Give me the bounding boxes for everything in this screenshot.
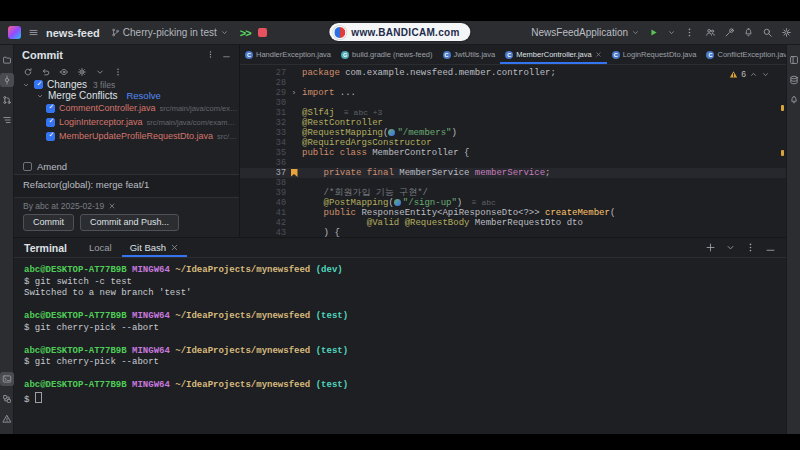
tool-strip-structure[interactable] <box>0 113 14 127</box>
line-number[interactable]: 29 <box>240 88 286 98</box>
editor-tab[interactable]: CJwtUtils.java <box>438 45 501 64</box>
branch-widget[interactable]: Cherry-picking in test <box>107 25 233 40</box>
tool-strip-database[interactable] <box>787 73 800 87</box>
line-number[interactable]: 32 <box>240 118 286 128</box>
code-lines[interactable]: 27package com.example.newsfeed.member.co… <box>240 65 786 237</box>
changelist-file-row[interactable]: CommentController.javasrc/main/java/com/… <box>14 101 239 115</box>
file-checkbox[interactable] <box>46 118 55 127</box>
changelist-file-row[interactable]: LoginInterceptor.javasrc/main/java/com/e… <box>14 115 239 129</box>
line-number[interactable]: 41 <box>240 208 286 218</box>
rollback-icon[interactable] <box>41 67 51 77</box>
refresh-icon[interactable] <box>23 67 33 77</box>
users-icon[interactable] <box>705 27 716 38</box>
code-line[interactable]: 41 public ResponseEntity<ApiResponseDto<… <box>240 208 786 218</box>
main-menu-icon[interactable] <box>28 27 39 38</box>
line-number[interactable]: 35 <box>240 148 286 158</box>
code-line[interactable]: 30 <box>240 98 786 108</box>
prev-issue-icon[interactable] <box>749 70 758 79</box>
settings-icon[interactable] <box>77 67 87 77</box>
changes-checkbox[interactable] <box>34 80 43 89</box>
bell-icon[interactable] <box>743 27 754 38</box>
line-number[interactable]: 36 <box>240 158 286 168</box>
more-icon[interactable] <box>206 50 215 59</box>
code-line[interactable]: 35public class MemberController { <box>240 148 786 158</box>
line-number[interactable]: 39 <box>240 188 286 198</box>
amend-checkbox[interactable] <box>23 162 32 171</box>
wrench-icon[interactable] <box>724 27 735 38</box>
code-line[interactable]: 42 @Valid @RequestBody MemberRequestDto … <box>240 218 786 228</box>
resolve-link[interactable]: Resolve <box>126 90 160 101</box>
bookmark-icon[interactable] <box>286 168 302 178</box>
changelist-file-row[interactable]: MemberUpdateProfileRequestDto.javasrc/ma… <box>14 129 239 143</box>
code-line[interactable]: 37 private final MemberService memberSer… <box>240 168 786 178</box>
code-line[interactable]: 38 <box>240 178 786 188</box>
minimize-icon[interactable] <box>765 242 776 253</box>
tool-strip-commit[interactable] <box>0 73 14 87</box>
resume-button[interactable]: >> <box>240 27 251 39</box>
line-number[interactable]: 30 <box>240 98 286 108</box>
changes-node[interactable]: Changes 3 files <box>14 79 239 90</box>
search-icon[interactable] <box>762 27 773 38</box>
code-line[interactable]: 28 <box>240 78 786 88</box>
more-icon[interactable] <box>113 67 123 77</box>
stop-button[interactable] <box>258 28 267 37</box>
more-icon[interactable] <box>745 242 756 253</box>
file-checkbox[interactable] <box>46 132 55 141</box>
commit-button[interactable]: Commit <box>23 214 74 231</box>
code-line[interactable]: 36 <box>240 158 786 168</box>
line-number[interactable]: 34 <box>240 138 286 148</box>
tool-strip-services[interactable] <box>0 392 14 406</box>
inspections-widget[interactable]: 6 <box>725 68 774 80</box>
clear-author-icon[interactable] <box>108 202 116 210</box>
fold-arrow-icon[interactable]: › <box>286 88 302 98</box>
tool-strip-layout[interactable] <box>787 53 800 67</box>
more-actions-icon[interactable] <box>684 27 695 38</box>
line-number[interactable]: 27 <box>240 68 286 78</box>
chevron-down-icon[interactable] <box>725 242 736 253</box>
settings-icon[interactable] <box>781 27 792 38</box>
code-line[interactable]: 31@Slf4j ≡ abc +3 <box>240 108 786 118</box>
editor-tab[interactable]: Gbuild.gradle (news-feed) <box>336 45 437 64</box>
editor-tab[interactable]: CMemberController.java <box>500 45 606 64</box>
tool-strip-bell[interactable] <box>787 93 800 107</box>
chevron-down-icon[interactable] <box>95 67 105 77</box>
merge-conflicts-node[interactable]: Merge Conflicts Resolve <box>14 90 239 101</box>
minimize-icon[interactable] <box>222 50 231 59</box>
line-number[interactable]: 31 <box>240 108 286 118</box>
amend-label[interactable]: Amend <box>37 161 67 172</box>
close-icon[interactable] <box>170 243 179 252</box>
next-issue-icon[interactable] <box>761 70 770 79</box>
project-name[interactable]: news-feed <box>46 27 100 39</box>
tool-strip-pull-request[interactable] <box>0 93 14 107</box>
code-line[interactable]: 39 /*회원가입 기능 구현*/ <box>240 188 786 198</box>
code-line[interactable]: 34@RequiredArgsConstructor <box>240 138 786 148</box>
editor-tab[interactable]: CConflictException.java <box>701 45 786 64</box>
tool-strip-problems[interactable] <box>0 412 14 426</box>
line-number[interactable]: 28 <box>240 78 286 88</box>
terminal-tab[interactable]: Local <box>81 238 120 257</box>
plus-icon[interactable] <box>705 242 716 253</box>
run-config-selector[interactable]: NewsFeedApplication <box>531 27 640 38</box>
code-line[interactable]: 43 ) { <box>240 228 786 237</box>
tool-strip-folder[interactable] <box>0 53 14 67</box>
run-options-icon[interactable] <box>667 28 676 37</box>
commit-message-input[interactable]: Refactor(global): merge feat/1 <box>14 174 239 198</box>
close-icon[interactable] <box>595 51 602 58</box>
line-number[interactable]: 33 <box>240 128 286 138</box>
run-button[interactable] <box>648 27 659 38</box>
line-number[interactable]: 43 <box>240 228 286 237</box>
line-number[interactable]: 40 <box>240 198 286 208</box>
eye-icon[interactable] <box>59 67 69 77</box>
code-line[interactable]: 33@RequestMapping("/members") <box>240 128 786 138</box>
code-line[interactable]: 29›import ... <box>240 88 786 98</box>
code-line[interactable]: 40 @PostMapping("/sign-up") ≡ abc <box>240 198 786 208</box>
commit-and-push-button[interactable]: Commit and Push... <box>80 214 179 231</box>
chevron-down-icon[interactable] <box>36 92 44 100</box>
line-number[interactable]: 42 <box>240 218 286 228</box>
line-number[interactable]: 38 <box>240 178 286 188</box>
editor-tab[interactable]: CHandlerException.java <box>240 45 336 64</box>
line-number[interactable]: 37 <box>240 168 286 178</box>
code-line[interactable]: 27package com.example.newsfeed.member.co… <box>240 68 786 78</box>
code-line[interactable]: 32@RestController <box>240 118 786 128</box>
tool-strip-terminal[interactable] <box>0 372 14 386</box>
